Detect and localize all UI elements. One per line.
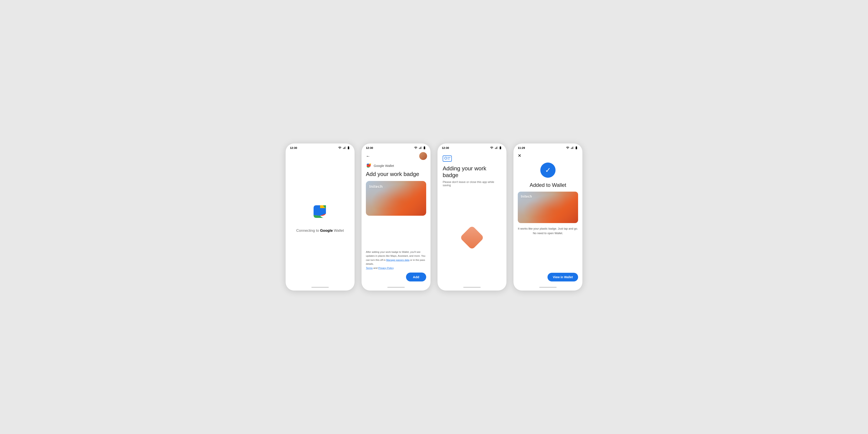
signal-icon-4 xyxy=(570,146,574,150)
status-bar-2: 12:30 xyxy=(362,144,431,150)
screen3-body: Adding your work badge Please don't leav… xyxy=(437,150,506,284)
battery-icon xyxy=(347,146,350,150)
loading-diamond xyxy=(460,225,484,250)
screen2-header: ← xyxy=(362,150,431,161)
bottom-indicator-2 xyxy=(362,284,431,290)
badge-card-small: Initech xyxy=(518,192,578,223)
time-4: 11:29 xyxy=(518,146,525,150)
home-bar-3 xyxy=(463,287,480,288)
bottom-indicator-1 xyxy=(286,284,354,290)
connecting-suffix: Wallet xyxy=(333,228,344,232)
adding-title: Adding your work badge xyxy=(443,165,501,179)
battery-icon-3 xyxy=(499,146,502,150)
screen4-content: ✓ Added to Wallet Initech It works like … xyxy=(514,159,582,284)
added-title: Added to Wallet xyxy=(530,182,566,188)
bottom-indicator-4 xyxy=(514,284,582,290)
wifi-icon-4 xyxy=(566,146,569,150)
loading-diamond-container xyxy=(443,195,501,280)
phone-screen-3: 12:30 Adding your work badge Please don'… xyxy=(437,143,507,291)
battery-icon-4 xyxy=(575,146,578,150)
google-wallet-header: Google Wallet xyxy=(366,162,426,168)
phone-screen-2: 12:30 ← xyxy=(361,143,431,291)
screen1-body: Connecting to Google Wallet xyxy=(286,150,354,284)
time-1: 12:30 xyxy=(290,146,297,150)
status-bar-1: 12:30 xyxy=(286,144,354,150)
battery-icon-2 xyxy=(423,146,426,150)
wallet-icon-large xyxy=(310,202,330,222)
phone-screen-4: 11:29 ✕ ✓ Added to Wallet Initech It wor… xyxy=(513,143,583,291)
bottom-indicator-3 xyxy=(437,284,506,290)
connecting-brand: Google xyxy=(320,228,333,232)
add-button[interactable]: Add xyxy=(406,273,426,281)
signal-icon xyxy=(342,146,346,150)
status-icons-3 xyxy=(490,146,502,150)
added-description: It works like your plastic badge. Just t… xyxy=(518,226,578,236)
screens-container: 12:30 xyxy=(285,143,583,291)
home-bar-2 xyxy=(388,287,405,288)
screen2-content: Google Wallet Add your work badge Initec… xyxy=(362,161,431,284)
connecting-prefix: Connecting to xyxy=(296,228,320,232)
screen2-body: Google Wallet Add your work badge Initec… xyxy=(362,161,431,270)
status-icons-4 xyxy=(566,146,578,150)
phone-screen-1: 12:30 xyxy=(285,143,355,291)
user-avatar[interactable] xyxy=(419,152,427,160)
badge-card-small-label: Initech xyxy=(521,195,532,198)
screen2-footer: After adding your work badge to Wallet, … xyxy=(366,248,426,270)
screen4-header: ✕ xyxy=(514,150,582,159)
check-icon: ✓ xyxy=(545,166,551,174)
work-badge-icon xyxy=(443,155,452,162)
close-button[interactable]: ✕ xyxy=(518,153,522,158)
terms-link[interactable]: Terms xyxy=(366,267,373,269)
badge-card: Initech xyxy=(366,181,426,216)
google-wallet-label: Google Wallet xyxy=(374,164,394,167)
footer-and: and xyxy=(373,267,378,269)
screen1-content: Connecting to Google Wallet xyxy=(286,150,354,284)
add-button-row: Add xyxy=(362,270,431,284)
screen4-body: ✓ Added to Wallet Initech It works like … xyxy=(514,159,582,270)
manage-passes-link[interactable]: Manage passes data xyxy=(386,259,409,261)
screen3-content: Adding your work badge Please don't leav… xyxy=(437,150,506,284)
signal-icon-3 xyxy=(494,146,498,150)
wifi-icon xyxy=(338,146,342,150)
back-button[interactable]: ← xyxy=(365,153,371,159)
svg-point-3 xyxy=(445,157,447,159)
svg-rect-2 xyxy=(443,156,452,161)
adding-subtitle: Please don't leave or close this app whi… xyxy=(443,180,501,187)
wifi-icon-3 xyxy=(490,146,493,150)
view-in-wallet-button[interactable]: View in Wallet xyxy=(548,273,578,281)
view-wallet-row: View in Wallet xyxy=(514,270,582,284)
privacy-link[interactable]: Privacy Policy xyxy=(378,267,394,269)
status-bar-4: 11:29 xyxy=(514,144,582,150)
wifi-icon-2 xyxy=(414,146,417,150)
connecting-text: Connecting to Google Wallet xyxy=(296,228,344,233)
status-icons-2 xyxy=(414,146,426,150)
status-icons-1 xyxy=(338,146,350,150)
badge-card-label: Initech xyxy=(369,184,383,189)
time-2: 12:30 xyxy=(366,146,373,150)
home-bar-1 xyxy=(311,287,329,288)
time-3: 12:30 xyxy=(442,146,449,150)
home-bar-4 xyxy=(539,287,557,288)
add-badge-title: Add your work badge xyxy=(366,171,426,178)
success-circle: ✓ xyxy=(540,162,556,178)
status-bar-3: 12:30 xyxy=(437,144,506,150)
google-wallet-logo xyxy=(366,162,372,168)
signal-icon-2 xyxy=(418,146,422,150)
avatar-image xyxy=(419,152,427,160)
